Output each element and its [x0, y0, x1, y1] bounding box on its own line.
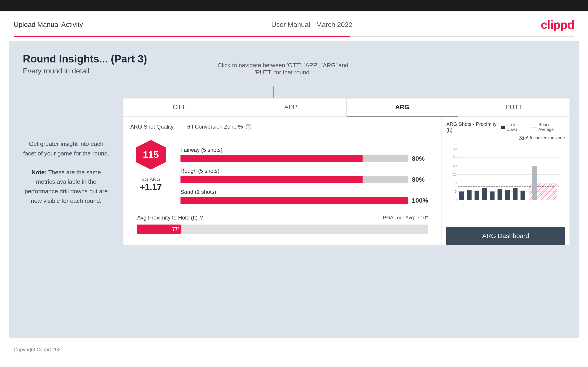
proximity-label: Avg Proximity to Hole (ft): [137, 215, 198, 221]
fairway-bar-container: 80%: [181, 155, 430, 162]
hexagon: 115: [136, 140, 166, 170]
proximity-label-group: Avg Proximity to Hole (ft) ?: [137, 215, 203, 221]
proximity-pga-avg: ↑ PGA Tour Avg: 7'10": [379, 215, 428, 221]
hexagon-container: 115: [130, 140, 171, 172]
main-content: Round Insights... (Part 3) Every round i…: [9, 41, 579, 338]
arg-shot-quality-header: ARG Shot Quality: [130, 124, 173, 130]
proximity-cursor: [181, 224, 182, 234]
rough-bar-track: [181, 176, 408, 183]
hexagon-col: 115 SG ARG +1.17: [130, 140, 171, 210]
svg-text:5: 5: [455, 189, 457, 193]
proximity-bar-track: 77': [137, 225, 428, 234]
nav-annotation: Click to navigate between 'OTT', 'APP', …: [215, 62, 351, 76]
fairway-label: Fairway (5 shots): [181, 147, 430, 153]
proximity-bar-label: 77': [172, 226, 181, 232]
hexagon-value: 115: [143, 149, 159, 160]
fairway-bar-track: [181, 155, 408, 162]
left-panel: ARG Shot Quality 6ft Conversion Zone % ?…: [123, 117, 442, 245]
rough-label: Rough (5 shots): [181, 168, 430, 174]
dashboard-panel: OTT APP ARG PUTT ARG Shot Quality: [123, 98, 570, 245]
rough-bar-percent: 80%: [412, 176, 430, 183]
nav-annotation-text: Click to navigate between 'OTT', 'APP', …: [217, 62, 348, 76]
fairway-bar-fill: [181, 155, 363, 162]
legend-updown-label: Up & Down: [507, 122, 526, 132]
chart-header: ARG Shots - Proximity (ft) Up & Down Rou…: [446, 121, 565, 133]
svg-text:15: 15: [453, 172, 457, 176]
svg-rect-26: [513, 188, 518, 200]
proximity-header: Avg Proximity to Hole (ft) ? ↑ PGA Tour …: [137, 215, 428, 221]
sg-value: +1.17: [130, 182, 171, 192]
svg-rect-23: [490, 192, 495, 200]
svg-rect-30: [532, 166, 537, 200]
note-label: Note:: [32, 169, 47, 176]
header-divider: [14, 36, 574, 37]
svg-text:30: 30: [453, 147, 457, 151]
chart-legend: Up & Down Round Average: [501, 122, 565, 132]
svg-rect-22: [482, 188, 487, 200]
fairway-bar-percent: 80%: [412, 155, 430, 162]
user-manual-label: User Manual - March 2022: [271, 21, 352, 28]
rough-bar-fill: [181, 176, 363, 183]
legend-updown-box: [501, 125, 505, 129]
rough-shot-row: Rough (5 shots) 80%: [181, 168, 430, 183]
svg-rect-25: [505, 190, 510, 200]
sg-label: SG ARG: [130, 176, 171, 182]
proximity-help-icon[interactable]: ?: [200, 215, 203, 221]
svg-rect-21: [475, 191, 479, 200]
rough-bar-container: 80%: [181, 176, 430, 183]
chart-area: 0 5 10 15 20 25 30: [446, 144, 565, 225]
panel-body: ARG Shot Quality 6ft Conversion Zone % ?…: [123, 117, 570, 245]
legend-round-avg: Round Average: [531, 122, 565, 132]
sand-shot-row: Sand (1 shots) 100%: [181, 189, 430, 204]
right-panel: ARG Shots - Proximity (ft) Up & Down Rou…: [442, 117, 570, 245]
shot-quality-section: Fairway (5 shots) 80% Rough (5 shots): [176, 140, 435, 210]
arg-dashboard-button[interactable]: ARG Dashboard: [446, 227, 565, 245]
legend-round-avg-line: [531, 127, 537, 127]
sand-bar-container: 100%: [181, 197, 430, 204]
proximity-section: Avg Proximity to Hole (ft) ? ↑ PGA Tour …: [130, 210, 435, 238]
fairway-shot-row: Fairway (5 shots) 80%: [181, 147, 430, 162]
sand-bar-track: [181, 197, 408, 204]
legend-updown: Up & Down: [501, 122, 526, 132]
left-description: Get greater insight into each facet of y…: [23, 139, 110, 206]
conversion-zone-help-icon[interactable]: ?: [246, 124, 251, 129]
svg-text:10: 10: [453, 181, 457, 185]
arg-chart: 0 5 10 15 20 25 30: [446, 144, 565, 208]
svg-text:8: 8: [557, 184, 559, 188]
tab-app[interactable]: APP: [235, 99, 346, 117]
header: Upload Manual Activity User Manual - Mar…: [0, 11, 588, 36]
svg-rect-19: [459, 192, 464, 200]
tab-putt[interactable]: PUTT: [458, 99, 570, 117]
tab-arg[interactable]: ARG: [346, 99, 458, 117]
arg-shot-quality-label: ARG Shot Quality: [130, 124, 173, 130]
svg-rect-20: [467, 190, 472, 200]
tabs-container: OTT APP ARG PUTT: [123, 99, 570, 117]
chart-6ft-legend: 6 ft conversion zone: [446, 135, 565, 141]
proximity-bar-fill: 77': [137, 225, 181, 234]
svg-text:25: 25: [453, 155, 457, 159]
svg-text:20: 20: [453, 164, 457, 168]
sand-bar-fill: [181, 197, 408, 204]
footer: Copyright Clippd 2021: [0, 342, 588, 357]
top-bar: [0, 0, 588, 11]
legend-round-avg-label: Round Average: [538, 122, 565, 132]
sand-label: Sand (1 shots): [181, 189, 430, 195]
svg-rect-24: [498, 189, 502, 200]
conversion-zone-label: 6ft Conversion Zone %: [187, 124, 243, 130]
clippd-logo: clippd: [541, 18, 574, 32]
chart-title: ARG Shots - Proximity (ft): [446, 121, 501, 133]
tab-ott[interactable]: OTT: [123, 99, 235, 117]
conversion-zone-header: 6ft Conversion Zone % ?: [187, 124, 251, 130]
left-panel-inner: 115 SG ARG +1.17 Fairway (5 shots): [130, 140, 435, 210]
left-description-text: Get greater insight into each facet of y…: [23, 141, 109, 157]
sand-bar-percent: 100%: [412, 197, 430, 204]
svg-text:0: 0: [455, 198, 457, 202]
upload-manual-label: Upload Manual Activity: [14, 21, 83, 28]
legend-6ft-box: [519, 137, 524, 140]
svg-rect-27: [520, 191, 525, 200]
copyright-text: Copyright Clippd 2021: [14, 347, 63, 352]
legend-6ft-label: 6 ft conversion zone: [526, 135, 565, 140]
